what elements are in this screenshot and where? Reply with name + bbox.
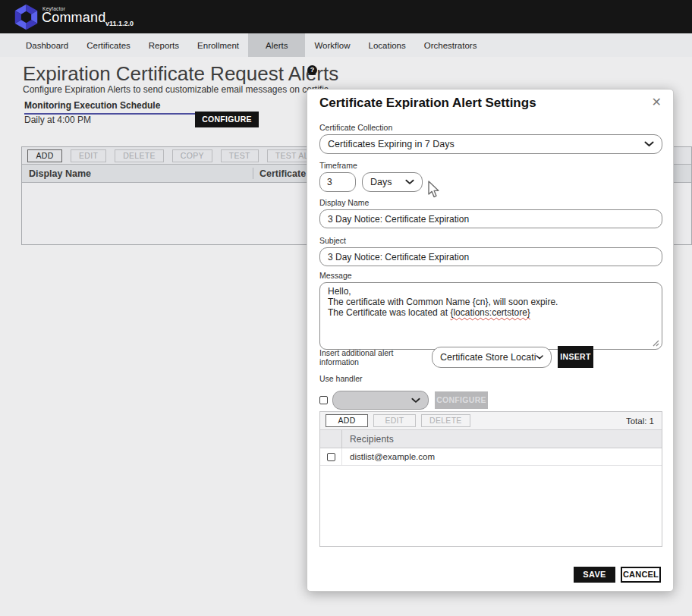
use-handler-label: Use handler [319, 374, 662, 383]
nav-item-alerts[interactable]: Alerts [248, 33, 305, 57]
page-title: Expiration Certificate Request Alerts [23, 62, 338, 86]
handler-select [332, 391, 429, 410]
display-name-input[interactable] [319, 209, 662, 228]
handler-configure-button: CONFIGURE [435, 391, 488, 409]
nav-item-reports[interactable]: Reports [140, 33, 188, 57]
recipients-column-title: Recipients [342, 434, 394, 445]
mouse-cursor-icon [427, 181, 440, 199]
use-handler-checkbox[interactable] [319, 396, 328, 404]
recipients-checkbox-column [320, 430, 342, 448]
alerts-test-button: TEST [221, 149, 259, 162]
recipient-edit-button: EDIT [373, 414, 416, 427]
brand-command: Command [42, 10, 105, 26]
timeframe-label: Timeframe [319, 161, 423, 170]
monitoring-schedule-value: Daily at 4:00 PM [24, 115, 91, 125]
subject-label: Subject [319, 236, 662, 245]
chevron-down-icon [411, 398, 420, 404]
certificate-collection-value: Certificates Expiring in 7 Days [328, 139, 644, 149]
insert-info-value: Certificate Store Locations [440, 352, 536, 363]
help-icon[interactable]: ? [307, 65, 317, 75]
nav-item-locations[interactable]: Locations [360, 33, 415, 57]
insert-button[interactable]: INSERT [558, 346, 593, 368]
recipients-total: Total: 1 [626, 416, 656, 426]
recipient-row-checkbox[interactable] [327, 453, 335, 461]
subject-input[interactable] [319, 247, 662, 266]
application-window: Keyfactor Command v11.1.2.0 Dashboard Ce… [0, 0, 692, 616]
alerts-edit-button: EDIT [71, 149, 106, 162]
recipient-email: distlist@example.com [342, 452, 435, 461]
chevron-down-icon [405, 179, 414, 185]
certificate-collection-label: Certificate Collection [319, 123, 662, 132]
recipients-empty-area [320, 466, 662, 546]
cancel-button[interactable]: CANCEL [621, 567, 661, 583]
recipients-toolbar: ADD EDIT DELETE Total: 1 [320, 412, 662, 430]
nav-item-workflow[interactable]: Workflow [305, 33, 359, 57]
page-subtitle: Configure Expiration Alerts to send cust… [23, 84, 329, 95]
nav-item-orchestrators[interactable]: Orchestrators [415, 33, 486, 57]
recipient-delete-button: DELETE [421, 414, 470, 427]
nav-item-certificates[interactable]: Certificates [77, 33, 140, 57]
column-certificate[interactable]: Certificate [253, 168, 306, 179]
message-line-2: The certificate with Common Name {cn}, w… [328, 297, 654, 307]
certificate-expiration-alert-settings-dialog: Certificate Expiration Alert Settings ✕ … [307, 89, 674, 592]
alerts-copy-button: COPY [172, 149, 212, 162]
timeframe-value-input[interactable] [319, 172, 356, 192]
message-textarea[interactable]: Hello, The certificate with Common Name … [319, 282, 662, 350]
message-line-3: The Certificate was located at {location… [328, 307, 654, 318]
dialog-title: Certificate Expiration Alert Settings [319, 96, 536, 111]
chevron-down-icon [644, 141, 654, 147]
display-name-label: Display Name [319, 198, 662, 207]
spellcheck-token: {locations:certstore} [450, 307, 530, 318]
column-display-name[interactable]: Display Name [22, 168, 253, 179]
recipients-header: Recipients [320, 430, 662, 448]
message-line-1: Hello, [328, 286, 654, 297]
nav-item-dashboard[interactable]: Dashboard [17, 33, 77, 57]
nav-item-enrollment[interactable]: Enrollment [188, 33, 248, 57]
main-nav: Dashboard Certificates Reports Enrollmen… [0, 33, 692, 57]
certificate-collection-select[interactable]: Certificates Expiring in 7 Days [319, 134, 662, 154]
insert-info-select[interactable]: Certificate Store Locations [432, 347, 552, 368]
recipients-table: ADD EDIT DELETE Total: 1 Recipients dist… [319, 411, 662, 547]
keyfactor-logo-icon [13, 4, 39, 30]
alerts-delete-button: DELETE [115, 149, 164, 162]
alerts-add-button[interactable]: ADD [27, 149, 62, 162]
top-app-bar: Keyfactor Command v11.1.2.0 [0, 0, 692, 33]
insert-info-label: Insert additional alert information [319, 348, 432, 366]
recipient-add-button[interactable]: ADD [326, 414, 368, 427]
message-label: Message [319, 271, 662, 280]
save-button[interactable]: SAVE [574, 567, 615, 583]
chevron-down-icon [536, 354, 543, 360]
close-icon[interactable]: ✕ [649, 93, 665, 111]
timeframe-unit-value: Days [370, 177, 405, 187]
app-version: v11.1.2.0 [105, 20, 134, 27]
schedule-configure-button[interactable]: CONFIGURE [195, 112, 259, 127]
timeframe-unit-select[interactable]: Days [362, 172, 423, 192]
recipient-row[interactable]: distlist@example.com [320, 448, 662, 466]
